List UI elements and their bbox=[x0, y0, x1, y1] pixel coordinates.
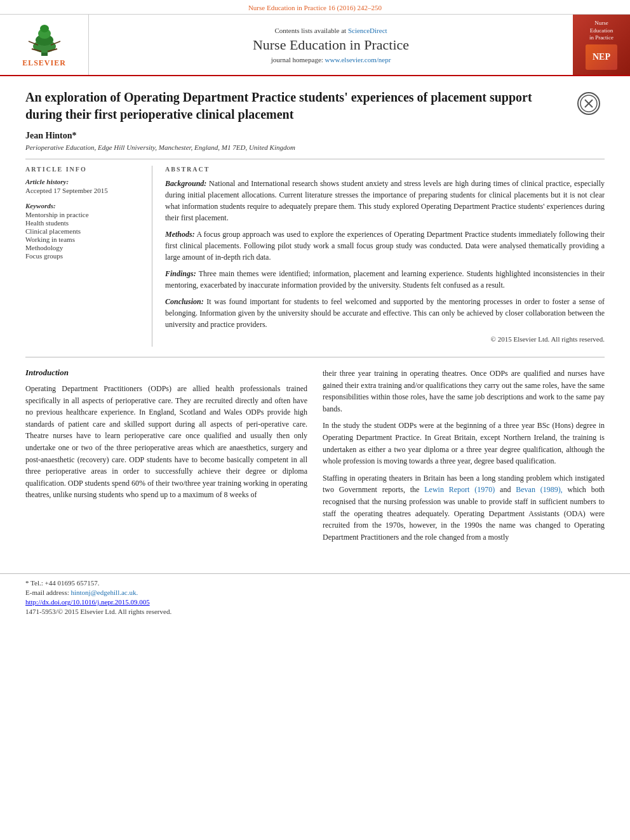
introduction-heading: Introduction bbox=[25, 368, 307, 378]
elsevier-logo-area: ELSEVIER bbox=[0, 15, 89, 75]
contents-available-line: Contents lists available at ScienceDirec… bbox=[274, 27, 387, 34]
tel-note: * Tel.: +44 01695 657157. bbox=[25, 579, 605, 587]
conclusion-label: Conclusion: bbox=[165, 297, 204, 306]
author-email-link[interactable]: hintonj@edgehill.ac.uk. bbox=[70, 589, 138, 596]
article-title: An exploration of Operating Department P… bbox=[25, 89, 573, 123]
article-info-abstract-columns: ARTICLE INFO Article history: Accepted 1… bbox=[25, 166, 605, 347]
crossmark-badge bbox=[573, 89, 605, 115]
findings-text: Three main themes were identified; infor… bbox=[165, 269, 605, 290]
main-content-area: An exploration of Operating Department P… bbox=[0, 76, 630, 561]
keywords-list: Mentorship in practice Health students C… bbox=[25, 211, 142, 260]
journal-center-info: Contents lists available at ScienceDirec… bbox=[89, 15, 573, 75]
methods-text: A focus group approach was used to explo… bbox=[165, 230, 605, 262]
nep-logo-text: NurseEducationin Practice bbox=[589, 20, 613, 42]
background-text: National and International research show… bbox=[165, 179, 605, 222]
abstract-conclusion: Conclusion: It was found important for s… bbox=[165, 296, 605, 330]
homepage-line: journal homepage: www.elsevier.com/nepr bbox=[271, 56, 391, 63]
conclusion-text: It was found important for students to f… bbox=[165, 297, 605, 329]
elsevier-brand-text: ELSEVIER bbox=[22, 58, 66, 68]
keyword-item: Focus groups bbox=[25, 252, 142, 260]
doi-link: http://dx.doi.org/10.1016/j.nepr.2015.09… bbox=[25, 598, 605, 606]
elsevier-tree-icon bbox=[19, 22, 70, 57]
author-name: Jean Hinton* bbox=[25, 131, 605, 141]
article-title-section: An exploration of Operating Department P… bbox=[25, 89, 605, 123]
intro-para-2: their three year training in operating t… bbox=[323, 368, 605, 415]
body-columns: Introduction Operating Department Practi… bbox=[25, 368, 605, 548]
intro-para-1: Operating Department Practitioners (ODPs… bbox=[25, 383, 307, 501]
journal-title-text: Nurse Education in Practice bbox=[253, 37, 409, 53]
history-label: Article history: bbox=[25, 178, 142, 185]
keyword-item: Methodology bbox=[25, 244, 142, 251]
lewin-report-link[interactable]: Lewin Report (1970) bbox=[424, 485, 495, 494]
abstract-label: ABSTRACT bbox=[165, 166, 605, 173]
abstract-background: Background: National and International r… bbox=[165, 178, 605, 223]
body-left-column: Introduction Operating Department Practi… bbox=[25, 368, 307, 548]
journal-reference-text: Nurse Education in Practice 16 (2016) 24… bbox=[248, 4, 382, 11]
findings-label: Findings: bbox=[165, 269, 196, 278]
divider-after-author bbox=[25, 159, 605, 159]
nep-logo-box: NEP bbox=[586, 44, 617, 70]
abstract-column: ABSTRACT Background: National and Intern… bbox=[165, 166, 605, 347]
accepted-date: Accepted 17 September 2015 bbox=[25, 187, 142, 194]
article-info-label: ARTICLE INFO bbox=[25, 166, 142, 173]
abstract-methods: Methods: A focus group approach was used… bbox=[165, 229, 605, 263]
body-right-column: their three year training in operating t… bbox=[323, 368, 605, 548]
journal-header: ELSEVIER Contents lists available at Sci… bbox=[0, 15, 630, 76]
journal-homepage-link[interactable]: www.elsevier.com/nepr bbox=[325, 56, 391, 63]
background-label: Background: bbox=[165, 179, 206, 188]
journal-reference-bar: Nurse Education in Practice 16 (2016) 24… bbox=[0, 0, 630, 15]
sciencedirect-link[interactable]: ScienceDirect bbox=[348, 27, 387, 34]
issn-line: 1471-5953/© 2015 Elsevier Ltd. All right… bbox=[25, 608, 605, 615]
doi-anchor[interactable]: http://dx.doi.org/10.1016/j.nepr.2015.09… bbox=[25, 598, 150, 606]
nep-logo-area: NurseEducationin Practice NEP bbox=[573, 15, 630, 75]
keywords-block: Keywords: Mentorship in practice Health … bbox=[25, 202, 142, 260]
article-history-block: Article history: Accepted 17 September 2… bbox=[25, 178, 142, 194]
article-info-column: ARTICLE INFO Article history: Accepted 1… bbox=[25, 166, 152, 347]
keyword-item: Health students bbox=[25, 219, 142, 227]
keywords-label: Keywords: bbox=[25, 202, 142, 210]
bevan-reference-link[interactable]: Bevan (1989), bbox=[516, 485, 562, 494]
intro-para-3: In the study the student ODPs were at th… bbox=[323, 420, 605, 467]
methods-label: Methods: bbox=[165, 230, 195, 239]
copyright-line: © 2015 Elsevier Ltd. All rights reserved… bbox=[165, 335, 605, 343]
abstract-findings: Findings: Three main themes were identif… bbox=[165, 268, 605, 291]
keyword-item: Mentorship in practice bbox=[25, 211, 142, 218]
crossmark-icon bbox=[577, 92, 600, 115]
nep-logo-abbr: NEP bbox=[593, 52, 610, 62]
keyword-item: Clinical placements bbox=[25, 227, 142, 235]
page-footer: * Tel.: +44 01695 657157. E-mail address… bbox=[0, 573, 630, 623]
keyword-item: Working in teams bbox=[25, 236, 142, 243]
author-affiliation: Perioperative Education, Edge Hill Unive… bbox=[25, 143, 605, 151]
email-note: E-mail address: hintonj@edgehill.ac.uk. bbox=[25, 589, 605, 596]
intro-para-4: Staffing in operating theaters in Britai… bbox=[323, 472, 605, 543]
divider-after-abstract bbox=[25, 357, 605, 357]
svg-point-4 bbox=[40, 25, 49, 32]
